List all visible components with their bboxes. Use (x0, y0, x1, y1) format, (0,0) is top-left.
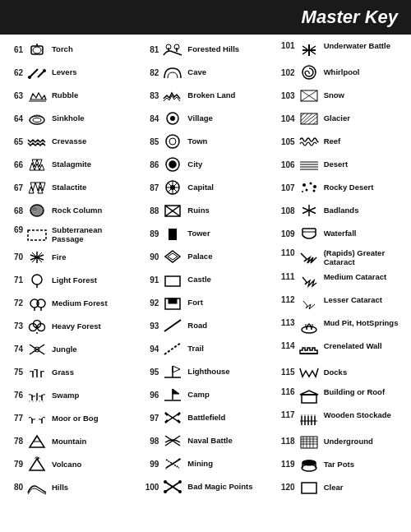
entry-89: 89 Tower (137, 222, 273, 245)
snow-icon (298, 86, 321, 104)
svg-point-61 (169, 138, 176, 145)
entry-83: 83 Broken Land (137, 84, 273, 107)
svg-rect-76 (165, 276, 180, 286)
entry-87: 87 Capital (137, 176, 273, 199)
entry-113: 113 Mud Pit, HotSprings (274, 315, 409, 338)
underwater-battle-icon (298, 41, 321, 59)
svg-line-105 (311, 46, 316, 49)
svg-point-158 (302, 460, 316, 465)
entry-109: 109 Waterfall (274, 222, 409, 245)
svg-point-5 (28, 76, 31, 79)
svg-point-22 (32, 207, 37, 210)
entry-118: 118 Underground (274, 430, 409, 453)
svg-line-117 (308, 117, 317, 124)
badlands-icon (298, 201, 321, 220)
entry-75: 75 Grass (2, 361, 137, 384)
svg-line-104 (302, 46, 307, 49)
mud-pit-icon (298, 318, 321, 336)
entry-79: 79 Volcano (2, 453, 137, 476)
entry-116: 116 Building or Roof (274, 384, 409, 407)
svg-rect-159 (302, 483, 316, 493)
broken-land-icon (161, 86, 184, 104)
entry-85: 85 Town (137, 130, 273, 153)
tar-pots-icon (298, 456, 321, 474)
entry-92: 92 Fort (137, 291, 273, 314)
column-3: 101 Underwater Battle 102 (274, 38, 409, 499)
entry-95: 95 Lighthouse (137, 360, 273, 383)
road-icon (161, 317, 184, 335)
docks-icon (298, 363, 321, 382)
svg-marker-143 (307, 414, 309, 416)
svg-point-125 (313, 185, 316, 188)
entry-110: 110 (Rapids) Greater Cataract (274, 245, 409, 269)
entry-96: 96 Camp (137, 383, 273, 406)
levers-icon (25, 63, 48, 81)
lesser-cataract-icon (298, 295, 321, 313)
entry-117: 117 Wooden Stockade (274, 407, 409, 430)
glacier-icon (298, 109, 321, 127)
svg-point-134 (302, 326, 316, 333)
svg-point-60 (166, 135, 179, 148)
svg-line-89 (165, 413, 168, 415)
trail-icon (161, 340, 184, 358)
svg-marker-139 (300, 414, 302, 416)
entry-69: 69 Subterranean Passage (2, 222, 137, 246)
village-icon (161, 109, 184, 127)
header: Master Key (0, 0, 411, 35)
svg-line-80 (164, 343, 181, 354)
entry-66: 66 Stalagmite (2, 153, 137, 176)
entry-100: 100 Bad Magic Points (137, 475, 273, 498)
entry-71: 71 Light Forest (2, 269, 137, 292)
svg-point-123 (302, 183, 306, 187)
entry-86: 86 City (137, 153, 273, 176)
entry-91: 91 Castle (137, 268, 273, 291)
entry-81: 81 Forested Hills (137, 38, 273, 61)
svg-point-124 (309, 183, 312, 185)
medium-cataract-icon (298, 272, 321, 290)
entry-103: 103 Snow (274, 84, 409, 107)
entry-78: 78 Mountain (2, 430, 137, 453)
tower-icon (161, 224, 184, 243)
forested-hills-icon (161, 40, 184, 58)
entry-74: 74 Jungle (2, 338, 137, 361)
entry-61: 61 Torch (2, 38, 137, 61)
svg-line-106 (302, 51, 307, 54)
rock-column-icon (25, 201, 48, 220)
entry-114: 114 Crenelated Wall (274, 338, 409, 361)
whirlpool-icon (298, 63, 321, 81)
desert-icon (298, 155, 321, 173)
crevasse-icon (25, 132, 48, 150)
lighthouse-icon (161, 363, 184, 381)
entry-105: 105 Reef (274, 130, 409, 153)
svg-point-127 (312, 190, 315, 192)
entry-90: 90 Palace (137, 245, 273, 268)
entry-98: 98 Naval Battle (137, 429, 273, 452)
light-forest-icon (25, 271, 48, 289)
svg-point-6 (43, 69, 46, 72)
entry-65: 65 Crevasse (2, 130, 137, 153)
svg-point-21 (30, 205, 44, 216)
entry-93: 93 Road (137, 314, 273, 337)
entry-112: 112 Lesser Cataract (274, 292, 409, 315)
greater-cataract-icon (298, 248, 321, 266)
entry-68: 68 Rock Column (2, 199, 137, 222)
svg-point-69 (170, 185, 175, 190)
stalactite-icon (25, 178, 48, 197)
entry-102: 102 Whirlpool (274, 61, 409, 84)
mountain-icon (25, 433, 48, 451)
svg-rect-136 (302, 395, 316, 403)
bad-magic-icon (161, 478, 184, 496)
svg-line-107 (311, 51, 316, 54)
entry-106: 106 Desert (274, 153, 409, 176)
crenelated-wall-icon (298, 341, 321, 359)
svg-marker-141 (303, 414, 306, 416)
entry-84: 84 Village (137, 107, 273, 130)
svg-rect-78 (169, 298, 177, 303)
ruins-icon (161, 201, 184, 220)
entry-64: 64 Sinkhole (2, 107, 137, 130)
svg-marker-147 (313, 414, 316, 416)
svg-point-128 (302, 191, 303, 192)
fort-icon (161, 294, 184, 312)
wooden-stockade-icon (298, 410, 321, 428)
palace-icon (161, 247, 184, 266)
